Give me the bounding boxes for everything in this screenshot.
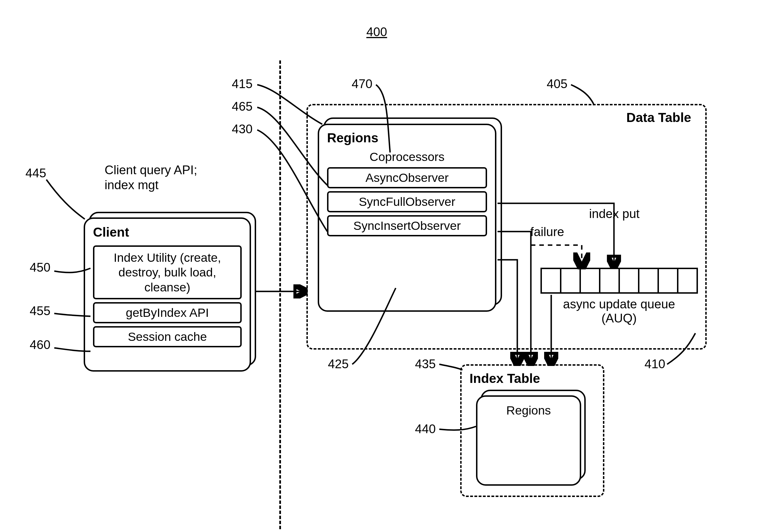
- auq-label: async update queue (AUQ): [546, 297, 693, 325]
- ref-415: 415: [232, 77, 253, 91]
- client-index-utility: Index Utility (create, destroy, bulk loa…: [93, 245, 242, 299]
- observer-syncfull: SyncFullObserver: [327, 191, 487, 212]
- auq-cell: [560, 268, 581, 294]
- ref-445: 445: [25, 166, 46, 180]
- ref-450: 450: [30, 260, 50, 274]
- auq-cell: [540, 268, 561, 294]
- observer-async: AsyncObserver: [327, 167, 487, 188]
- auq-cell: [657, 268, 679, 294]
- regions-card-stack: Regions Coprocessors AsyncObserver SyncF…: [318, 118, 501, 312]
- index-table-regions-stack: Regions: [476, 390, 588, 488]
- ref-470: 470: [352, 77, 372, 91]
- edge-label-index-put: index put: [589, 207, 640, 221]
- client-session-cache: Session cache: [93, 326, 242, 347]
- client-title: Client: [91, 224, 244, 242]
- auq-cell: [599, 268, 620, 294]
- coprocessors-label: Coprocessors: [325, 150, 489, 164]
- ref-465: 465: [232, 99, 253, 114]
- edge-label-failure: failure: [530, 225, 564, 239]
- index-table-title: Index Table: [468, 371, 597, 386]
- ref-455: 455: [30, 304, 50, 318]
- auq-cell: [677, 268, 698, 294]
- ref-440: 440: [415, 422, 436, 436]
- ref-435: 435: [415, 357, 436, 371]
- ref-410: 410: [645, 357, 665, 371]
- auq-cell: [638, 268, 659, 294]
- auq-cell: [619, 268, 639, 294]
- auq-cell: [580, 268, 600, 294]
- ref-405: 405: [547, 77, 567, 91]
- regions-title: Regions: [325, 129, 489, 148]
- ref-430: 430: [232, 122, 253, 136]
- figure-number: 400: [366, 25, 387, 39]
- client-getbyindex-api: getByIndex API: [93, 302, 242, 323]
- index-table-regions-label: Regions: [483, 404, 574, 417]
- auq-queue: [540, 268, 698, 294]
- client-api-caption: Client query API; index mgt: [105, 163, 221, 193]
- ref-460: 460: [30, 338, 50, 352]
- ref-425: 425: [328, 357, 348, 371]
- separator-dashed-vertical: [279, 60, 281, 529]
- client-card-stack: Client Index Utility (create, destroy, b…: [84, 212, 256, 372]
- observer-syncinsert: SyncInsertObserver: [327, 215, 487, 236]
